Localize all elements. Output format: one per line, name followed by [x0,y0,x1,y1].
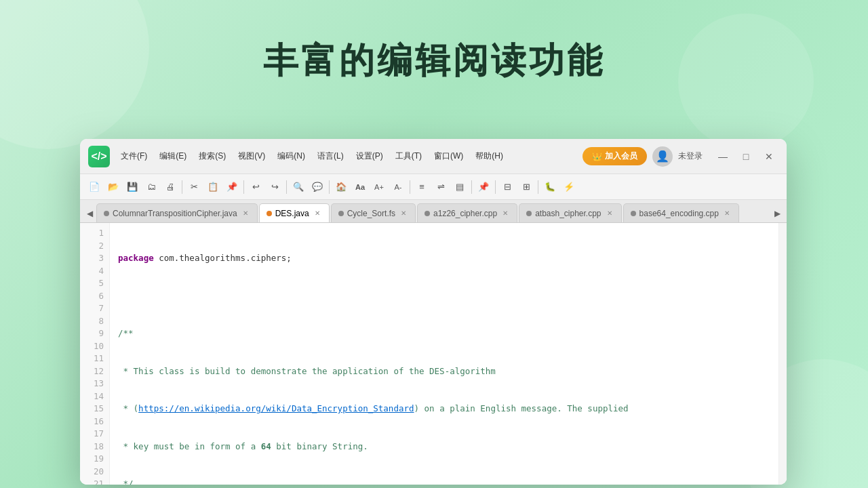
tb-paste[interactable]: 📌 [223,178,241,196]
tb-new-file[interactable]: 📄 [85,178,103,196]
bg-decoration-tr [678,14,814,149]
tb-cut[interactable]: ✂ [185,178,203,196]
menu-window[interactable]: 窗口(W) [429,148,469,165]
maximize-button[interactable]: □ [736,147,755,166]
minimize-button[interactable]: — [713,147,732,166]
tab-dot-atbash [526,211,532,216]
code-line-1: package com.thealgorithms.ciphers; [118,252,770,265]
app-logo: </> [88,146,110,167]
toolbar-separator-7 [495,180,496,194]
tb-split-vert[interactable]: ⊞ [517,178,535,196]
tab-nav-right[interactable]: ▶ [770,205,784,222]
tab-des[interactable]: DES.java ✕ [259,203,330,222]
tb-debug[interactable]: 🐛 [541,178,559,196]
tab-base64[interactable]: base64_encoding.cpp ✕ [623,203,739,222]
tab-close-des[interactable]: ✕ [313,209,322,218]
editor-window: </> 文件(F) 编辑(E) 搜索(S) 视图(V) 编码(N) 语言(L) … [80,139,787,485]
code-line-7: */ [118,478,770,485]
menu-tools[interactable]: 工具(T) [390,148,427,165]
code-line-3: /** [118,327,770,340]
tab-nav-left[interactable]: ◀ [83,205,96,222]
tb-copy[interactable]: 📋 [204,178,222,196]
tb-align[interactable]: ▤ [451,178,469,196]
tab-close-a1z26[interactable]: ✕ [500,209,510,218]
menu-help[interactable]: 帮助(H) [470,148,509,165]
window-controls: — □ ✕ [713,147,778,166]
tb-split[interactable]: ⊟ [498,178,516,196]
tab-dot-cyclesort [338,211,344,216]
tb-run[interactable]: ⚡ [560,178,578,196]
toolbar-separator-1 [182,180,182,194]
tb-word-wrap[interactable]: ⇌ [432,178,450,196]
tab-close-base64[interactable]: ✕ [722,209,732,218]
menu-language[interactable]: 语言(L) [312,148,349,165]
tab-atbash[interactable]: atbash_cipher.cpp ✕ [519,203,621,222]
tab-dot-des [267,211,272,216]
tb-undo[interactable]: ↩ [247,178,264,196]
avatar: 👤 [652,146,673,167]
code-line-6: * key must be in form of a 64 bit binary… [118,441,770,453]
tb-zoom-in[interactable]: A+ [370,178,388,196]
toolbar-separator-6 [471,180,472,194]
code-line-5: * (https://en.wikipedia.org/wiki/Data_En… [118,403,770,415]
tb-line-number[interactable]: ≡ [413,178,431,196]
toolbar-separator-5 [410,180,410,194]
tb-font-size[interactable]: Aa [351,178,369,196]
toolbar-separator-2 [243,180,244,194]
tab-dot-base64 [631,211,636,216]
title-bar-right: 👑 加入会员 👤 未登录 — □ ✕ [583,146,778,167]
tab-dot-columnar [104,211,109,216]
code-content[interactable]: package com.thealgorithms.ciphers; /** *… [110,223,778,485]
bg-decoration-tl [0,0,149,149]
menu-view[interactable]: 视图(V) [233,148,271,165]
toolbar: 📄 📂 💾 🗂 🖨 ✂ 📋 📌 ↩ ↪ 🔍 💬 🏠 Aa A+ A- ≡ ⇌ ▤… [80,174,787,200]
tb-bookmark[interactable]: 📌 [475,178,492,196]
menu-file[interactable]: 文件(F) [115,148,153,165]
tab-a1z26[interactable]: a1z26_cipher.cpp ✕ [417,203,517,222]
tb-open[interactable]: 📂 [104,178,122,196]
toolbar-separator-4 [329,180,330,194]
menu-edit[interactable]: 编辑(E) [154,148,192,165]
scrollbar[interactable] [778,223,787,485]
tb-save-all[interactable]: 🗂 [142,178,160,196]
menu-settings[interactable]: 设置(P) [351,148,389,165]
menu-encoding[interactable]: 编码(N) [272,148,311,165]
user-status: 未登录 [678,150,703,162]
vip-button[interactable]: 👑 加入会员 [583,147,647,165]
tb-zoom-in-large[interactable]: 🏠 [332,178,350,196]
tab-close-cyclesort[interactable]: ✕ [399,209,408,218]
close-button[interactable]: ✕ [760,147,778,166]
tab-close-atbash[interactable]: ✕ [605,209,614,218]
tb-find-in-files[interactable]: 💬 [309,178,326,196]
tab-columnar[interactable]: ColumnarTranspositionCipher.java ✕ [96,203,258,222]
menu-bar: 文件(F) 编辑(E) 搜索(S) 视图(V) 编码(N) 语言(L) 设置(P… [115,148,583,165]
code-line-2 [118,290,770,303]
tb-save[interactable]: 💾 [123,178,141,196]
toolbar-separator-8 [538,180,538,194]
title-bar: </> 文件(F) 编辑(E) 搜索(S) 视图(V) 编码(N) 语言(L) … [80,139,787,174]
tab-cyclesort[interactable]: Cycle_Sort.fs ✕ [331,203,416,222]
tb-zoom-out[interactable]: A- [389,178,407,196]
code-line-4: * This class is build to demonstrate the… [118,365,770,378]
crown-icon: 👑 [592,152,602,161]
tb-redo[interactable]: ↪ [266,178,283,196]
menu-search[interactable]: 搜索(S) [193,148,231,165]
tab-dot-a1z26 [425,211,430,216]
tb-print[interactable]: 🖨 [161,178,179,196]
line-numbers: 1 2 3 4 5 6 7 8 9 10 11 12 13 14 15 16 1… [80,223,110,485]
tab-bar: ◀ ColumnarTranspositionCipher.java ✕ DES… [80,200,787,223]
tab-close-columnar[interactable]: ✕ [241,209,250,218]
code-area: 1 2 3 4 5 6 7 8 9 10 11 12 13 14 15 16 1… [80,223,787,485]
tb-find[interactable]: 🔍 [290,178,307,196]
toolbar-separator-3 [286,180,287,194]
